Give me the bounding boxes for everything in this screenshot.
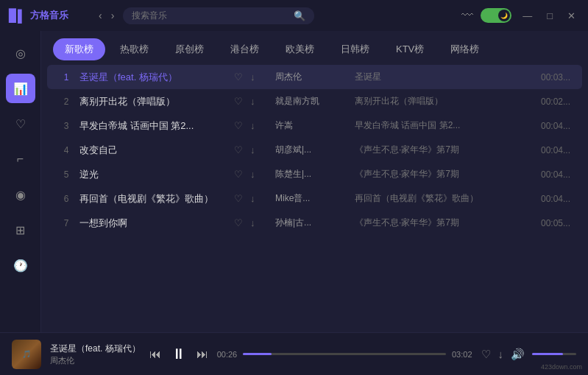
table-row[interactable]: 3 早发白帝城 话画中国 第2... ♡ ↓ 许嵩 早发白帝城 话画中国 第2.… bbox=[47, 113, 582, 138]
search-input[interactable] bbox=[132, 10, 289, 21]
table-row[interactable]: 5 逆光 ♡ ↓ 陈楚生|... 《声生不息·家年华》第7期 00:04... bbox=[47, 162, 582, 186]
tab-original[interactable]: 原创榜 bbox=[163, 38, 216, 60]
watermark: 423down.com bbox=[541, 363, 582, 371]
maximize-button[interactable]: □ bbox=[543, 9, 556, 23]
theme-toggle[interactable]: 🌙 bbox=[481, 8, 511, 23]
tab-hot-songs[interactable]: 热歌榜 bbox=[108, 38, 160, 60]
table-row[interactable]: 7 一想到你啊 ♡ ↓ 孙楠|古... 《声生不息·家年华》第7期 00:05.… bbox=[47, 211, 582, 235]
forward-button[interactable]: › bbox=[108, 8, 118, 23]
song-actions: ♡ ↓ bbox=[233, 216, 269, 230]
disc-icon: ◎ bbox=[15, 46, 26, 60]
song-artist: 孙楠|古... bbox=[275, 217, 349, 229]
heart-icon: ♡ bbox=[15, 117, 26, 131]
song-album: 《声生不息·家年华》第7期 bbox=[355, 168, 524, 181]
player-extras: ♡ ↓ 🔊 bbox=[481, 348, 577, 361]
sidebar-item-info[interactable]: 🕐 bbox=[6, 250, 35, 280]
download-button[interactable]: ↓ bbox=[249, 216, 257, 230]
volume-fill bbox=[532, 353, 563, 355]
song-album: 《声生不息·家年华》第7期 bbox=[355, 217, 524, 229]
current-time: 00:26 bbox=[217, 350, 238, 359]
download-button[interactable]: ↓ bbox=[249, 167, 257, 181]
progress-bar[interactable] bbox=[243, 353, 446, 355]
chart-tabs: 新歌榜 热歌榜 原创榜 港台榜 欧美榜 日韩榜 KTV榜 网络榜 bbox=[41, 31, 588, 60]
logo: ▊▌ 方格音乐 bbox=[9, 9, 90, 23]
like-button[interactable]: ♡ bbox=[233, 70, 244, 84]
song-duration: 00:03... bbox=[530, 72, 570, 83]
song-duration: 00:04... bbox=[530, 145, 570, 155]
content-area: 新歌榜 热歌榜 原创榜 港台榜 欧美榜 日韩榜 KTV榜 网络榜 1 圣诞星（f… bbox=[41, 31, 588, 332]
song-title: 圣诞星（feat. 杨瑞代） bbox=[79, 71, 227, 84]
search-bar: 🔍 bbox=[123, 7, 314, 24]
tab-new-songs[interactable]: 新歌榜 bbox=[53, 38, 105, 60]
sidebar-item-playlist[interactable]: ⌐ bbox=[6, 144, 35, 174]
chart-icon: 📊 bbox=[13, 82, 28, 96]
player-bar: 🎵 圣诞星（feat. 杨瑞代） 周杰伦 ⏮ ⏸ ⏭ 00:26 03:02 ♡… bbox=[0, 332, 588, 375]
player-progress-area: 00:26 03:02 bbox=[217, 350, 472, 359]
like-button[interactable]: ♡ bbox=[233, 143, 244, 157]
tab-western[interactable]: 欧美榜 bbox=[274, 38, 326, 60]
song-artist: 许嵩 bbox=[275, 119, 349, 132]
table-row[interactable]: 6 再回首（电视剧《繁花》歌曲） ♡ ↓ Mike普... 再回首（电视剧《繁花… bbox=[47, 186, 582, 211]
next-button[interactable]: ⏭ bbox=[196, 348, 208, 361]
sidebar-item-radio[interactable]: ◉ bbox=[6, 180, 35, 209]
tab-ktv[interactable]: KTV榜 bbox=[384, 38, 436, 60]
song-artist: 就是南方凯 bbox=[275, 95, 349, 108]
song-number: 4 bbox=[59, 145, 74, 155]
toggle-knob: 🌙 bbox=[498, 10, 510, 21]
minimize-button[interactable]: — bbox=[519, 9, 536, 23]
sidebar-item-favorites[interactable]: ♡ bbox=[6, 109, 35, 139]
volume-button[interactable]: 🔊 bbox=[511, 348, 525, 361]
song-album: 圣诞星 bbox=[355, 71, 524, 83]
like-button[interactable]: ♡ bbox=[233, 119, 244, 133]
table-row[interactable]: 1 圣诞星（feat. 杨瑞代） ♡ ↓ 周杰伦 圣诞星 00:03... bbox=[47, 65, 582, 89]
download-button[interactable]: ↓ bbox=[249, 192, 257, 206]
like-button[interactable]: ♡ bbox=[233, 167, 244, 181]
player-info: 圣诞星（feat. 杨瑞代） 周杰伦 bbox=[50, 343, 141, 366]
song-number: 5 bbox=[59, 169, 74, 180]
download-button[interactable]: ↓ bbox=[249, 119, 257, 133]
song-duration: 00:04... bbox=[530, 194, 570, 204]
download-button[interactable]: ↓ bbox=[249, 70, 257, 84]
song-album: 再回首（电视剧《繁花》歌曲） bbox=[355, 192, 524, 205]
song-album: 早发白帝城 话画中国 第2... bbox=[355, 119, 524, 132]
close-button[interactable]: ✕ bbox=[564, 9, 579, 23]
download-button[interactable]: ↓ bbox=[249, 143, 257, 157]
pause-button[interactable]: ⏸ bbox=[171, 346, 186, 362]
prev-button[interactable]: ⏮ bbox=[149, 348, 161, 361]
tab-network[interactable]: 网络榜 bbox=[439, 38, 491, 60]
table-row[interactable]: 4 改变自己 ♡ ↓ 胡彦斌|... 《声生不息·家年华》第7期 00:04..… bbox=[47, 138, 582, 162]
song-actions: ♡ ↓ bbox=[233, 70, 269, 84]
back-button[interactable]: ‹ bbox=[96, 8, 105, 23]
download-current-button[interactable]: ↓ bbox=[498, 348, 504, 360]
like-button[interactable]: ♡ bbox=[233, 94, 244, 108]
like-button[interactable]: ♡ bbox=[233, 192, 244, 206]
sidebar-item-discover[interactable]: ◎ bbox=[6, 38, 35, 68]
song-artist: 胡彦斌|... bbox=[275, 144, 349, 156]
list-icon: ⌐ bbox=[17, 153, 24, 166]
tab-hktw[interactable]: 港台榜 bbox=[219, 38, 271, 60]
song-actions: ♡ ↓ bbox=[233, 167, 269, 181]
app-title: 方格音乐 bbox=[30, 9, 68, 22]
sidebar-item-charts[interactable]: 📊 bbox=[6, 74, 35, 103]
table-row[interactable]: 2 离别开出花（弹唱版） ♡ ↓ 就是南方凯 离别开出花（弹唱版） 00:02.… bbox=[47, 89, 582, 113]
song-title: 再回首（电视剧《繁花》歌曲） bbox=[79, 192, 227, 206]
progress-fill bbox=[243, 353, 272, 355]
title-actions: 〰 🌙 — □ ✕ bbox=[461, 8, 579, 23]
tab-jpkr[interactable]: 日韩榜 bbox=[329, 38, 381, 60]
song-duration: 00:02... bbox=[530, 97, 570, 107]
song-number: 6 bbox=[59, 194, 74, 204]
song-album: 《声生不息·家年华》第7期 bbox=[355, 144, 524, 156]
search-button[interactable]: 🔍 bbox=[294, 10, 305, 21]
like-button[interactable]: ♡ bbox=[233, 216, 244, 230]
sidebar: ◎ 📊 ♡ ⌐ ◉ ⊞ 🕐 bbox=[0, 31, 41, 332]
download-button[interactable]: ↓ bbox=[249, 94, 257, 108]
equalizer-icon[interactable]: 〰 bbox=[461, 9, 473, 22]
toggle-icon: ⊞ bbox=[15, 223, 25, 237]
volume-bar[interactable] bbox=[532, 353, 576, 355]
song-artist: 陈楚生|... bbox=[275, 168, 349, 181]
info-icon: 🕐 bbox=[13, 259, 28, 273]
sidebar-item-toggle[interactable]: ⊞ bbox=[6, 215, 35, 245]
like-current-button[interactable]: ♡ bbox=[481, 348, 491, 361]
player-artist: 周杰伦 bbox=[50, 355, 141, 366]
song-actions: ♡ ↓ bbox=[233, 94, 269, 108]
